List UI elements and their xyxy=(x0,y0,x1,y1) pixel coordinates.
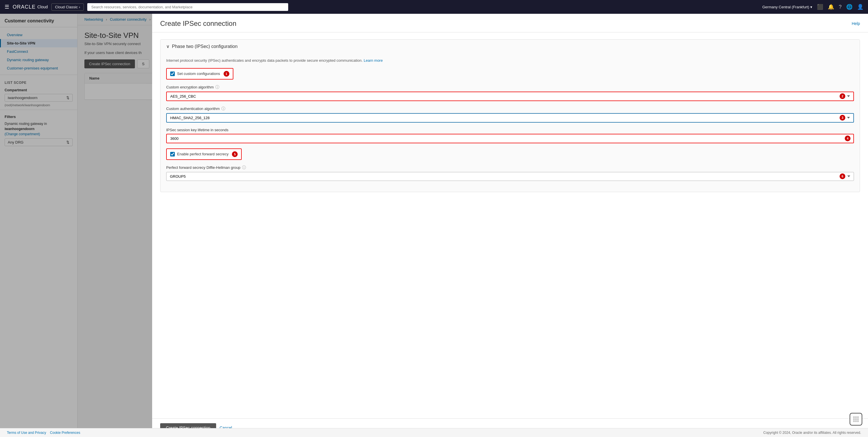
section-header[interactable]: ∨ Phase two (IPSec) configuration xyxy=(160,40,860,53)
panel-body: ∨ Phase two (IPSec) configuration Intern… xyxy=(152,32,868,418)
auth-info-icon[interactable]: ⓘ xyxy=(221,106,225,112)
pfs-group-info-icon[interactable]: ⓘ xyxy=(242,165,246,170)
notifications-icon[interactable]: 🔔 xyxy=(828,4,834,10)
user-profile-icon[interactable]: 👤 xyxy=(857,4,863,10)
overlay: Create IPSec connection Help ∨ Phase two… xyxy=(0,14,868,437)
step-1-badge: 1 xyxy=(224,71,229,77)
auth-algorithm-select[interactable]: HMAC_SHA2_256_128 HMAC_SHA2_384_192 HMAC… xyxy=(166,113,854,123)
phase-two-section: ∨ Phase two (IPSec) configuration Intern… xyxy=(160,39,860,192)
create-ipsec-panel: Create IPSec connection Help ∨ Phase two… xyxy=(152,14,868,437)
help-widget[interactable] xyxy=(849,413,862,426)
oracle-grid-icon xyxy=(852,416,859,423)
step-2-badge: 2 xyxy=(840,93,845,99)
overlay-spacer xyxy=(0,14,152,437)
section-title: Phase two (IPSec) configuration xyxy=(172,44,238,49)
enable-pfs-checkbox[interactable] xyxy=(170,152,175,156)
section-collapse-icon: ∨ xyxy=(166,44,169,49)
footer-left: Terms of Use and Privacy Cookie Preferen… xyxy=(7,431,80,435)
terms-link[interactable]: Terms of Use and Privacy xyxy=(7,431,46,435)
session-key-lifetime-group: IPSec session key lifetime in seconds 4 xyxy=(166,128,854,143)
enable-pfs-row[interactable]: Enable perfect forward secrecy 5 xyxy=(166,149,242,160)
region-label: Germany Central (Frankfurt) xyxy=(763,5,809,9)
pfs-group-select[interactable]: GROUP5 GROUP2 GROUP14 GROUP19 GROUP20 GR… xyxy=(166,172,854,181)
encryption-algorithm-select[interactable]: AES_256_CBC AES_192_CBC AES_128_CBC AES_… xyxy=(166,92,854,101)
oracle-logo: ORACLE Cloud xyxy=(12,4,48,10)
cloud-classic-button[interactable]: Cloud Classic › xyxy=(51,3,84,11)
pfs-group-group: Perfect forward secrecy Diffie-Hellman g… xyxy=(166,165,854,181)
panel-header: Create IPSec connection Help xyxy=(152,14,868,32)
enable-pfs-label[interactable]: Enable perfect forward secrecy xyxy=(177,152,228,156)
set-custom-config-label[interactable]: Set custom configurations xyxy=(177,71,220,76)
session-key-lifetime-label: IPSec session key lifetime in seconds xyxy=(166,128,854,132)
region-selector[interactable]: Germany Central (Frankfurt) ▾ xyxy=(763,5,812,9)
encryption-algorithm-group: Custom encryption algorithm ⓘ AES_256_CB… xyxy=(166,85,854,101)
hamburger-menu-icon[interactable]: ☰ xyxy=(5,4,9,10)
cloud-brand-text: Cloud xyxy=(37,5,48,9)
help-icon[interactable]: ? xyxy=(839,4,842,10)
step-3-badge: 3 xyxy=(840,115,845,121)
panel-title: Create IPSec connection xyxy=(160,20,237,28)
auth-algorithm-label: Custom authentication algorithm ⓘ xyxy=(166,106,854,112)
section-body: Internet protocol security (IPSec) authe… xyxy=(160,53,860,192)
pfs-group-label: Perfect forward secrecy Diffie-Hellman g… xyxy=(166,165,854,170)
step-6-badge: 6 xyxy=(840,174,845,179)
encryption-algorithm-label: Custom encryption algorithm ⓘ xyxy=(166,85,854,90)
learn-more-link[interactable]: Learn more xyxy=(364,58,383,63)
search-input[interactable] xyxy=(87,3,288,11)
footer-copyright: Copyright © 2024, Oracle and/or its affi… xyxy=(763,431,861,435)
top-navigation: ☰ ORACLE Cloud Cloud Classic › Germany C… xyxy=(0,0,868,14)
session-key-lifetime-input[interactable] xyxy=(166,134,854,143)
cookie-link[interactable]: Cookie Preferences xyxy=(50,431,80,435)
developer-tools-icon[interactable]: ⬛ xyxy=(817,4,823,10)
nav-right: Germany Central (Frankfurt) ▾ ⬛ 🔔 ? 🌐 👤 xyxy=(763,4,863,10)
region-chevron-icon: ▾ xyxy=(810,5,812,9)
oracle-brand-text: ORACLE xyxy=(12,4,36,10)
page-footer: Terms of Use and Privacy Cookie Preferen… xyxy=(0,428,868,437)
encryption-info-icon[interactable]: ⓘ xyxy=(215,85,219,90)
panel-help-link[interactable]: Help xyxy=(851,21,860,26)
ipsec-description: Internet protocol security (IPSec) authe… xyxy=(166,58,854,63)
set-custom-config-row[interactable]: Set custom configurations 1 xyxy=(166,68,234,80)
language-icon[interactable]: 🌐 xyxy=(846,4,852,10)
auth-algorithm-group: Custom authentication algorithm ⓘ HMAC_S… xyxy=(166,106,854,123)
set-custom-config-checkbox[interactable] xyxy=(170,71,175,76)
step-4-badge: 4 xyxy=(845,135,850,141)
step-5-badge: 5 xyxy=(232,151,238,157)
